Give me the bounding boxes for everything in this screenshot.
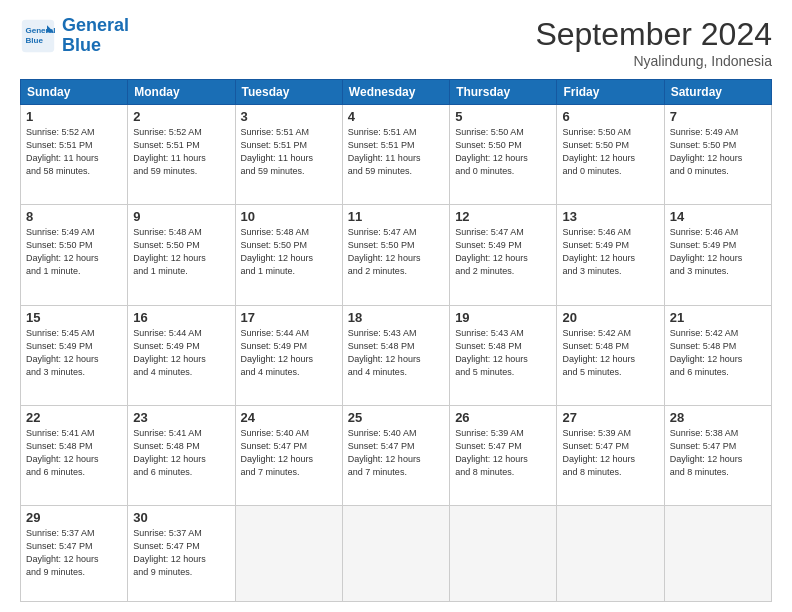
day-number: 27 (562, 410, 658, 425)
day-info: Sunrise: 5:47 AM Sunset: 5:50 PM Dayligh… (348, 226, 444, 278)
day-number: 17 (241, 310, 337, 325)
header: General Blue General Blue September 2024… (20, 16, 772, 69)
day-number: 14 (670, 209, 766, 224)
day-info: Sunrise: 5:40 AM Sunset: 5:47 PM Dayligh… (241, 427, 337, 479)
calendar-cell: 17Sunrise: 5:44 AM Sunset: 5:49 PM Dayli… (235, 305, 342, 405)
calendar-cell: 15Sunrise: 5:45 AM Sunset: 5:49 PM Dayli… (21, 305, 128, 405)
calendar-week-1: 1Sunrise: 5:52 AM Sunset: 5:51 PM Daylig… (21, 105, 772, 205)
calendar-cell (342, 506, 449, 602)
calendar-cell: 1Sunrise: 5:52 AM Sunset: 5:51 PM Daylig… (21, 105, 128, 205)
calendar-table: SundayMondayTuesdayWednesdayThursdayFrid… (20, 79, 772, 602)
day-number: 4 (348, 109, 444, 124)
day-info: Sunrise: 5:46 AM Sunset: 5:49 PM Dayligh… (670, 226, 766, 278)
calendar-cell: 16Sunrise: 5:44 AM Sunset: 5:49 PM Dayli… (128, 305, 235, 405)
day-info: Sunrise: 5:42 AM Sunset: 5:48 PM Dayligh… (670, 327, 766, 379)
day-info: Sunrise: 5:39 AM Sunset: 5:47 PM Dayligh… (455, 427, 551, 479)
day-info: Sunrise: 5:52 AM Sunset: 5:51 PM Dayligh… (26, 126, 122, 178)
day-number: 10 (241, 209, 337, 224)
day-number: 18 (348, 310, 444, 325)
calendar-cell: 10Sunrise: 5:48 AM Sunset: 5:50 PM Dayli… (235, 205, 342, 305)
day-number: 26 (455, 410, 551, 425)
day-number: 25 (348, 410, 444, 425)
location-subtitle: Nyalindung, Indonesia (535, 53, 772, 69)
calendar-cell: 7Sunrise: 5:49 AM Sunset: 5:50 PM Daylig… (664, 105, 771, 205)
day-number: 11 (348, 209, 444, 224)
logo-line2: Blue (62, 35, 101, 55)
calendar-header-tuesday: Tuesday (235, 80, 342, 105)
calendar-header-monday: Monday (128, 80, 235, 105)
calendar-week-5: 29Sunrise: 5:37 AM Sunset: 5:47 PM Dayli… (21, 506, 772, 602)
calendar-cell: 29Sunrise: 5:37 AM Sunset: 5:47 PM Dayli… (21, 506, 128, 602)
day-info: Sunrise: 5:51 AM Sunset: 5:51 PM Dayligh… (241, 126, 337, 178)
day-number: 8 (26, 209, 122, 224)
day-info: Sunrise: 5:41 AM Sunset: 5:48 PM Dayligh… (26, 427, 122, 479)
day-number: 12 (455, 209, 551, 224)
day-number: 15 (26, 310, 122, 325)
day-number: 3 (241, 109, 337, 124)
calendar-header-sunday: Sunday (21, 80, 128, 105)
day-info: Sunrise: 5:39 AM Sunset: 5:47 PM Dayligh… (562, 427, 658, 479)
day-number: 28 (670, 410, 766, 425)
day-info: Sunrise: 5:44 AM Sunset: 5:49 PM Dayligh… (133, 327, 229, 379)
calendar-cell (664, 506, 771, 602)
day-number: 9 (133, 209, 229, 224)
calendar-cell: 18Sunrise: 5:43 AM Sunset: 5:48 PM Dayli… (342, 305, 449, 405)
calendar-cell: 20Sunrise: 5:42 AM Sunset: 5:48 PM Dayli… (557, 305, 664, 405)
day-info: Sunrise: 5:40 AM Sunset: 5:47 PM Dayligh… (348, 427, 444, 479)
calendar-cell (235, 506, 342, 602)
calendar-cell: 4Sunrise: 5:51 AM Sunset: 5:51 PM Daylig… (342, 105, 449, 205)
day-number: 7 (670, 109, 766, 124)
calendar-cell: 5Sunrise: 5:50 AM Sunset: 5:50 PM Daylig… (450, 105, 557, 205)
logo: General Blue General Blue (20, 16, 129, 56)
day-info: Sunrise: 5:48 AM Sunset: 5:50 PM Dayligh… (133, 226, 229, 278)
day-number: 6 (562, 109, 658, 124)
svg-text:Blue: Blue (25, 36, 43, 45)
calendar-cell (557, 506, 664, 602)
calendar-cell: 21Sunrise: 5:42 AM Sunset: 5:48 PM Dayli… (664, 305, 771, 405)
day-info: Sunrise: 5:50 AM Sunset: 5:50 PM Dayligh… (562, 126, 658, 178)
day-number: 19 (455, 310, 551, 325)
calendar-cell: 14Sunrise: 5:46 AM Sunset: 5:49 PM Dayli… (664, 205, 771, 305)
calendar-cell: 19Sunrise: 5:43 AM Sunset: 5:48 PM Dayli… (450, 305, 557, 405)
day-info: Sunrise: 5:49 AM Sunset: 5:50 PM Dayligh… (670, 126, 766, 178)
calendar-cell: 9Sunrise: 5:48 AM Sunset: 5:50 PM Daylig… (128, 205, 235, 305)
month-title: September 2024 (535, 16, 772, 53)
day-number: 30 (133, 510, 229, 525)
logo-text: General Blue (62, 16, 129, 56)
calendar-week-2: 8Sunrise: 5:49 AM Sunset: 5:50 PM Daylig… (21, 205, 772, 305)
day-number: 1 (26, 109, 122, 124)
day-number: 13 (562, 209, 658, 224)
page: General Blue General Blue September 2024… (0, 0, 792, 612)
day-number: 22 (26, 410, 122, 425)
day-number: 20 (562, 310, 658, 325)
day-number: 23 (133, 410, 229, 425)
calendar-week-4: 22Sunrise: 5:41 AM Sunset: 5:48 PM Dayli… (21, 405, 772, 505)
calendar-cell: 22Sunrise: 5:41 AM Sunset: 5:48 PM Dayli… (21, 405, 128, 505)
calendar-header-row: SundayMondayTuesdayWednesdayThursdayFrid… (21, 80, 772, 105)
day-number: 21 (670, 310, 766, 325)
calendar-header-saturday: Saturday (664, 80, 771, 105)
calendar-cell: 23Sunrise: 5:41 AM Sunset: 5:48 PM Dayli… (128, 405, 235, 505)
day-info: Sunrise: 5:52 AM Sunset: 5:51 PM Dayligh… (133, 126, 229, 178)
day-info: Sunrise: 5:50 AM Sunset: 5:50 PM Dayligh… (455, 126, 551, 178)
logo-icon: General Blue (20, 18, 56, 54)
calendar-cell: 24Sunrise: 5:40 AM Sunset: 5:47 PM Dayli… (235, 405, 342, 505)
calendar-cell: 26Sunrise: 5:39 AM Sunset: 5:47 PM Dayli… (450, 405, 557, 505)
logo-line1: General (62, 15, 129, 35)
calendar-cell: 28Sunrise: 5:38 AM Sunset: 5:47 PM Dayli… (664, 405, 771, 505)
calendar-week-3: 15Sunrise: 5:45 AM Sunset: 5:49 PM Dayli… (21, 305, 772, 405)
calendar-cell: 27Sunrise: 5:39 AM Sunset: 5:47 PM Dayli… (557, 405, 664, 505)
day-info: Sunrise: 5:45 AM Sunset: 5:49 PM Dayligh… (26, 327, 122, 379)
day-info: Sunrise: 5:37 AM Sunset: 5:47 PM Dayligh… (133, 527, 229, 579)
day-info: Sunrise: 5:42 AM Sunset: 5:48 PM Dayligh… (562, 327, 658, 379)
calendar-cell: 13Sunrise: 5:46 AM Sunset: 5:49 PM Dayli… (557, 205, 664, 305)
day-info: Sunrise: 5:43 AM Sunset: 5:48 PM Dayligh… (348, 327, 444, 379)
day-info: Sunrise: 5:51 AM Sunset: 5:51 PM Dayligh… (348, 126, 444, 178)
calendar-cell: 6Sunrise: 5:50 AM Sunset: 5:50 PM Daylig… (557, 105, 664, 205)
day-info: Sunrise: 5:46 AM Sunset: 5:49 PM Dayligh… (562, 226, 658, 278)
day-info: Sunrise: 5:38 AM Sunset: 5:47 PM Dayligh… (670, 427, 766, 479)
day-info: Sunrise: 5:47 AM Sunset: 5:49 PM Dayligh… (455, 226, 551, 278)
day-info: Sunrise: 5:49 AM Sunset: 5:50 PM Dayligh… (26, 226, 122, 278)
title-section: September 2024 Nyalindung, Indonesia (535, 16, 772, 69)
day-info: Sunrise: 5:44 AM Sunset: 5:49 PM Dayligh… (241, 327, 337, 379)
